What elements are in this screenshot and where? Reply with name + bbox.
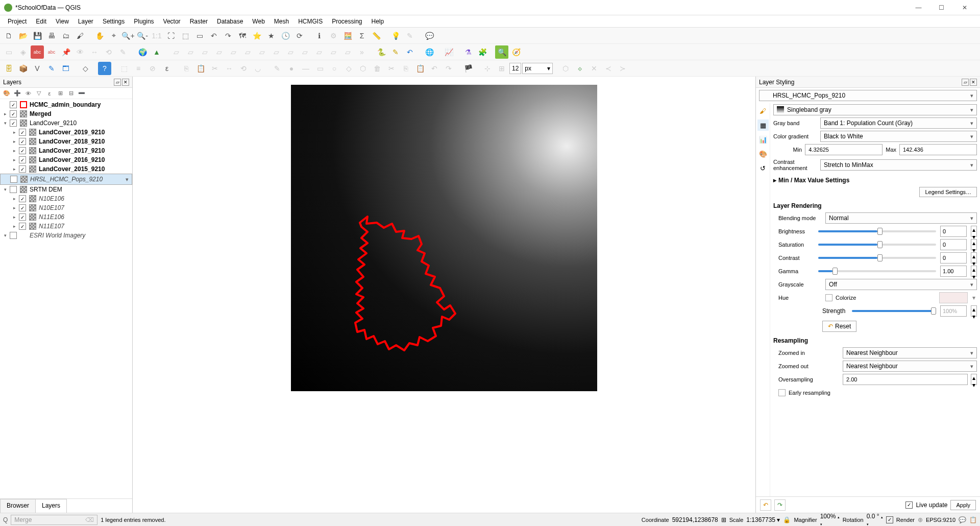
- colorize-dropdown-icon[interactable]: ▾: [971, 294, 977, 301]
- oversampling-input[interactable]: [843, 374, 968, 385]
- edit-pencil-icon[interactable]: ✎: [389, 45, 402, 59]
- undo-edit-icon[interactable]: ↶: [428, 62, 441, 75]
- overflow-icon[interactable]: »: [355, 45, 369, 59]
- globe-green-icon[interactable]: 🌍: [136, 45, 149, 59]
- undo-style-icon[interactable]: ↶: [760, 499, 771, 511]
- filter-legend-icon[interactable]: ▽: [34, 89, 43, 98]
- cut-features-icon[interactable]: ✂: [208, 62, 222, 75]
- digitize-2-icon[interactable]: ●: [285, 62, 298, 75]
- saturation-value[interactable]: 0: [940, 239, 967, 250]
- move-label-icon[interactable]: ↔: [88, 45, 101, 59]
- brightness-spin[interactable]: ▴▾: [971, 226, 977, 237]
- layer-row[interactable]: HRSL_HCMC_Pops_9210: [0, 174, 132, 185]
- undock-icon[interactable]: ▱: [114, 79, 121, 86]
- menu-plugins[interactable]: Plugins: [129, 16, 158, 27]
- deselect-icon[interactable]: ⊘: [146, 62, 159, 75]
- history-tab-icon[interactable]: ↺: [757, 162, 769, 174]
- zoom-in-icon[interactable]: 🔍+: [121, 29, 135, 42]
- visibility-checkbox[interactable]: [19, 156, 26, 163]
- chart-icon[interactable]: 📈: [442, 45, 455, 59]
- copy-icon[interactable]: ⎘: [399, 62, 412, 75]
- zoom-full-icon[interactable]: ⛶: [164, 29, 178, 42]
- histogram-tab-icon[interactable]: 📊: [757, 134, 769, 145]
- change-label-icon[interactable]: ✎: [116, 45, 130, 59]
- renderer-select[interactable]: Singleband gray: [773, 104, 977, 115]
- visibility-checkbox[interactable]: [10, 232, 17, 239]
- new-geopackage-icon[interactable]: V: [31, 62, 44, 75]
- style-dock-icon[interactable]: 🎨: [2, 89, 11, 98]
- blending-select[interactable]: Normal: [825, 212, 977, 224]
- scale-select[interactable]: 1:1367735 ▾: [746, 516, 780, 523]
- snap-unit-select[interactable]: px▾: [522, 63, 553, 74]
- menu-help[interactable]: Help: [367, 16, 389, 27]
- layer-row[interactable]: ▸LandCover_2019_9210: [0, 128, 132, 137]
- min-input[interactable]: [805, 144, 883, 155]
- layer-row[interactable]: HCMC_admin_boundary: [0, 100, 132, 109]
- visibility-checkbox[interactable]: [19, 129, 26, 136]
- extents-icon[interactable]: ⊞: [721, 516, 726, 523]
- layer-row[interactable]: ▸N10E106: [0, 194, 132, 203]
- red-flag-icon[interactable]: 🏴: [461, 62, 475, 75]
- layer-row[interactable]: ▸LandCover_2017_9210: [0, 146, 132, 155]
- crs-button[interactable]: EPSG:9210: [926, 517, 955, 523]
- visibility-checkbox[interactable]: [10, 110, 17, 117]
- copy-features-icon[interactable]: ⎘: [180, 62, 193, 75]
- layer-row[interactable]: ▸N11E107: [0, 222, 132, 231]
- contrast-value[interactable]: 0: [940, 252, 967, 264]
- snap-settings-icon[interactable]: ⊞: [495, 62, 508, 75]
- visibility-checkbox[interactable]: [10, 119, 17, 127]
- map-canvas[interactable]: [133, 77, 755, 513]
- tool-b-icon[interactable]: 🧩: [476, 45, 489, 59]
- virtual-layer-icon[interactable]: 🗔: [59, 62, 72, 75]
- save-project-icon[interactable]: 💾: [31, 29, 44, 42]
- paste-icon[interactable]: 📋: [413, 62, 427, 75]
- apply-button[interactable]: Apply: [950, 500, 976, 510]
- calculator-icon[interactable]: 🧮: [341, 29, 354, 42]
- zoom-layer-icon[interactable]: ▭: [193, 29, 206, 42]
- layer-tree[interactable]: HCMC_admin_boundary▸Merged▾LandCover_921…: [0, 99, 132, 498]
- mesh-10-icon[interactable]: ▱: [298, 45, 311, 59]
- saturation-slider[interactable]: [818, 244, 936, 246]
- render-checkbox[interactable]: ✓: [886, 516, 893, 523]
- expand-toggle-icon[interactable]: ▸: [11, 139, 17, 144]
- menu-layer[interactable]: Layer: [74, 16, 98, 27]
- strength-spin[interactable]: ▴▾: [971, 305, 977, 317]
- digitize-6-icon[interactable]: ◇: [342, 62, 355, 75]
- help-question-icon[interactable]: ?: [98, 62, 111, 75]
- digitize-4-icon[interactable]: ▭: [313, 62, 327, 75]
- menu-raster[interactable]: Raster: [185, 16, 212, 27]
- vertex-tool-icon[interactable]: ◇: [79, 62, 92, 75]
- redo-style-icon[interactable]: ↷: [774, 499, 786, 511]
- visibility-checkbox[interactable]: [10, 101, 17, 108]
- tool-c-icon[interactable]: 🧭: [509, 45, 523, 59]
- visibility-checkbox[interactable]: [19, 147, 26, 154]
- layer-row[interactable]: ▸N11E106: [0, 212, 132, 222]
- rotation-input[interactable]: 0.0 ° ▴▾: [867, 513, 883, 527]
- menu-vector[interactable]: Vector: [159, 16, 185, 27]
- annotation-icon[interactable]: ✎: [403, 29, 416, 42]
- expand-toggle-icon[interactable]: ▸: [11, 130, 17, 135]
- maximize-button[interactable]: ☐: [930, 1, 953, 15]
- identify-icon[interactable]: ℹ: [312, 29, 326, 42]
- contrast-spin[interactable]: ▴▾: [971, 252, 977, 264]
- layout-manager-icon[interactable]: 🗂: [59, 29, 72, 42]
- label-icon[interactable]: ▭: [2, 45, 15, 59]
- search-green-icon[interactable]: 🔍: [495, 45, 508, 59]
- digitize-1-icon[interactable]: ✎: [271, 62, 284, 75]
- snap-tolerance-input[interactable]: 12: [509, 63, 521, 74]
- digitize-5-icon[interactable]: ○: [328, 62, 341, 75]
- menu-hcmgis[interactable]: HCMGIS: [293, 16, 327, 27]
- refresh-icon[interactable]: ⟳: [293, 29, 306, 42]
- mesh-6-icon[interactable]: ▱: [241, 45, 254, 59]
- mesh-12-icon[interactable]: ▱: [327, 45, 340, 59]
- new-map-view-icon[interactable]: 🗺: [236, 29, 249, 42]
- trace-fwd-icon[interactable]: ≻: [616, 62, 629, 75]
- tracing-icon[interactable]: ⟐: [573, 62, 586, 75]
- styling-close-icon[interactable]: ✕: [970, 79, 977, 86]
- expand-toggle-icon[interactable]: ▾: [2, 121, 8, 126]
- live-update-checkbox[interactable]: ✓: [905, 501, 913, 509]
- show-label-icon[interactable]: 👁: [74, 45, 87, 59]
- style-manager-icon[interactable]: 🖌: [74, 29, 87, 42]
- visibility-checkbox[interactable]: [19, 195, 26, 202]
- log-icon[interactable]: 📋: [969, 516, 977, 523]
